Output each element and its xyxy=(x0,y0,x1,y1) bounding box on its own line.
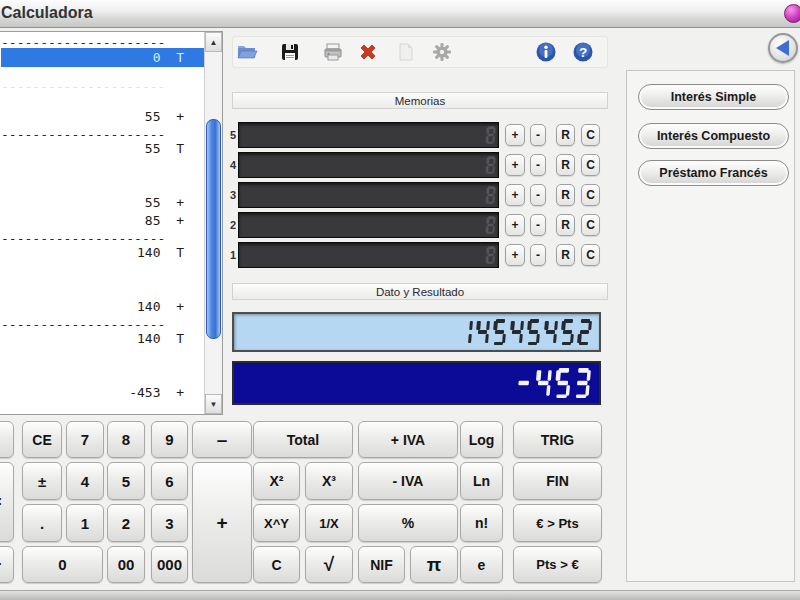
memory-recall-button[interactable]: R xyxy=(556,124,575,146)
memory-clear-button[interactable]: C xyxy=(581,244,600,266)
key-0[interactable]: 0 xyxy=(22,546,103,583)
tape-scrollbar[interactable]: ▲ ▼ xyxy=(204,32,222,414)
memory-clear-button[interactable]: C xyxy=(581,214,600,236)
memory-row: 1+-RC xyxy=(226,241,604,268)
segment xyxy=(544,321,548,330)
input-display xyxy=(232,312,601,352)
key-plus[interactable]: + xyxy=(192,462,252,583)
info-icon[interactable] xyxy=(535,41,557,63)
simple-interest-button[interactable]: Interés Simple xyxy=(638,84,789,110)
seven-segment-digit xyxy=(560,319,575,345)
tape-entry[interactable]: -453 + xyxy=(1,384,204,402)
scroll-down-icon[interactable]: ▼ xyxy=(205,394,222,414)
key-5[interactable]: 5 xyxy=(107,462,145,500)
tape-entry[interactable]: 140 T xyxy=(1,330,204,348)
key-reciprocal[interactable]: 1/X xyxy=(305,504,353,542)
key-sqrt[interactable]: √ xyxy=(305,546,353,583)
tape-separator: --------------------- xyxy=(1,319,204,330)
tape-entry[interactable]: 55 + xyxy=(1,108,204,126)
key-eur-to-pts[interactable]: € > Pts xyxy=(513,504,602,542)
tape-entry[interactable]: 140 + xyxy=(1,298,204,316)
memory-clear-button[interactable]: C xyxy=(581,124,600,146)
key-8[interactable]: 8 xyxy=(107,421,145,458)
memories-rows: 5+-RC4+-RC3+-RC2+-RC1+-RC xyxy=(226,121,604,271)
key-pi[interactable]: π xyxy=(410,546,458,583)
memory-recall-button[interactable]: R xyxy=(556,184,575,206)
memory-subtract-button[interactable]: - xyxy=(530,154,546,176)
memory-add-button[interactable]: + xyxy=(505,184,525,206)
back-button[interactable] xyxy=(768,33,798,63)
memory-add-button[interactable]: + xyxy=(505,124,525,146)
key-4[interactable]: 4 xyxy=(66,462,104,500)
key-x-squared[interactable]: X² xyxy=(253,462,300,500)
memory-subtract-button[interactable]: - xyxy=(530,184,546,206)
key-ln[interactable]: Ln xyxy=(460,462,503,500)
key-pts-to-eur[interactable]: Pts > € xyxy=(513,546,602,583)
key-9[interactable]: 9 xyxy=(151,421,188,458)
key-000[interactable]: 000 xyxy=(151,546,188,583)
settings-disabled-icon[interactable] xyxy=(431,41,453,63)
tape-entry[interactable]: 140 T xyxy=(1,244,204,262)
key-trig[interactable]: TRIG xyxy=(513,421,602,458)
close-button[interactable] xyxy=(784,4,800,23)
memory-subtract-button[interactable]: - xyxy=(530,214,546,236)
seven-segment-digit xyxy=(458,319,473,345)
segment xyxy=(486,247,489,253)
memory-add-button[interactable]: + xyxy=(505,154,525,176)
paste-disabled-icon[interactable] xyxy=(394,41,416,63)
key-2[interactable]: 2 xyxy=(107,504,145,542)
key-ce[interactable]: CE xyxy=(22,421,62,458)
key-1[interactable]: 1 xyxy=(66,504,104,542)
open-file-icon[interactable] xyxy=(236,41,258,63)
key-minus-iva[interactable]: - IVA xyxy=(358,462,458,500)
key-nif[interactable]: NIF xyxy=(358,546,405,583)
help-icon[interactable]: ? xyxy=(572,41,594,63)
tape-entry[interactable]: 85 + xyxy=(1,212,204,230)
tape-entry[interactable]: 0 T xyxy=(1,48,204,67)
key-fin[interactable]: FIN xyxy=(513,462,602,500)
scroll-up-icon[interactable]: ▲ xyxy=(205,32,222,52)
key-dot[interactable]: . xyxy=(22,504,62,542)
memory-recall-button[interactable]: R xyxy=(556,244,575,266)
key-x-pow-y[interactable]: X^Y xyxy=(253,504,300,542)
memory-slot-number: 1 xyxy=(226,249,236,261)
key-euler[interactable]: e xyxy=(460,546,503,583)
key-factorial[interactable]: n! xyxy=(460,504,503,542)
segment xyxy=(493,247,496,253)
key-equals[interactable]: = xyxy=(0,462,14,542)
key-7[interactable]: 7 xyxy=(66,421,104,458)
scrollbar-thumb[interactable] xyxy=(206,119,221,339)
memory-clear-button[interactable]: C xyxy=(581,154,600,176)
french-loan-button[interactable]: Préstamo Francés xyxy=(638,160,789,186)
tape-entry[interactable]: 55 T xyxy=(1,140,204,158)
memory-subtract-button[interactable]: - xyxy=(530,244,546,266)
key-00[interactable]: 00 xyxy=(107,546,145,583)
memory-ghost-digit xyxy=(483,216,495,234)
memory-recall-button[interactable]: R xyxy=(556,154,575,176)
print-icon[interactable] xyxy=(322,41,344,63)
save-file-icon[interactable] xyxy=(279,41,301,63)
key-plus-iva[interactable]: + IVA xyxy=(358,421,458,458)
segment xyxy=(487,193,493,195)
key-minus[interactable]: – xyxy=(192,421,252,458)
key-multiply[interactable]: * xyxy=(0,421,14,458)
key-divide[interactable]: ÷ xyxy=(0,546,14,583)
memory-subtract-button[interactable]: - xyxy=(530,124,546,146)
memory-add-button[interactable]: + xyxy=(505,214,525,236)
key-total[interactable]: Total xyxy=(253,421,353,458)
memory-add-button[interactable]: + xyxy=(505,244,525,266)
key-log[interactable]: Log xyxy=(460,421,503,458)
key-plusminus[interactable]: ± xyxy=(22,462,62,500)
compound-interest-button[interactable]: Interés Compuesto xyxy=(638,123,789,149)
tape-entry[interactable]: 55 + xyxy=(1,194,204,212)
seven-segment-digit xyxy=(509,319,524,345)
delete-icon[interactable] xyxy=(357,41,379,63)
key-3[interactable]: 3 xyxy=(151,504,188,542)
key-x-cubed[interactable]: X³ xyxy=(305,462,353,500)
key-6[interactable]: 6 xyxy=(151,462,188,500)
segment xyxy=(520,321,524,330)
key-clear[interactable]: C xyxy=(253,546,300,583)
memory-clear-button[interactable]: C xyxy=(581,184,600,206)
key-percent[interactable]: % xyxy=(358,504,458,542)
memory-recall-button[interactable]: R xyxy=(556,214,575,236)
